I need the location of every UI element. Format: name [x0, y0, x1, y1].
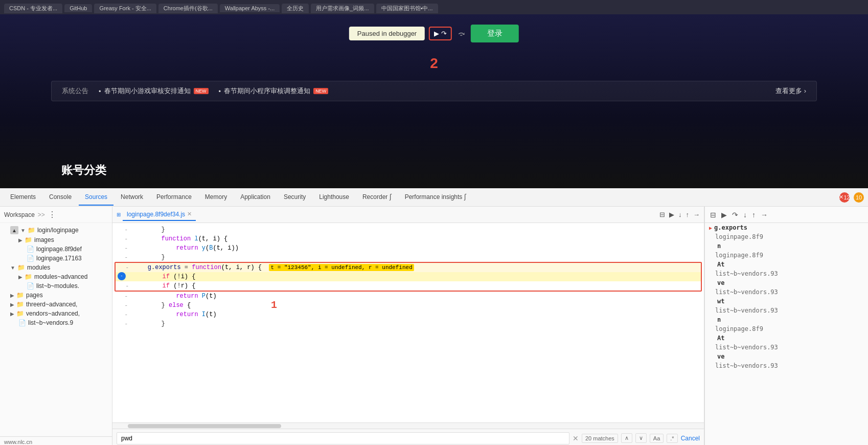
scroll-up-btn[interactable]: ▲ [10, 226, 18, 234]
step-down-icon[interactable]: ↓ [678, 211, 682, 218]
search-clear-icon[interactable]: ✕ [573, 434, 579, 442]
code-line-6: - if (!i) { [116, 272, 701, 281]
search-prev-btn[interactable]: ∧ [621, 433, 632, 443]
folder-icon-modules: 📁 [17, 264, 25, 271]
scope-key-wt: wt [717, 298, 724, 305]
step-right-icon[interactable]: → [693, 211, 700, 218]
tab-elements[interactable]: Elements [4, 189, 42, 206]
code-editor[interactable]: - } - function l(t, i) { - return y(B(t,… [112, 223, 704, 422]
devtools-tabs: Elements Console Sources Network Perform… [0, 188, 868, 207]
tree-item-pages[interactable]: ▶ 📁 pages [0, 291, 112, 300]
folder-label-images: images [34, 236, 54, 243]
folder-icon-modules-adv: 📁 [25, 273, 32, 280]
code-line-10: - return I(t) [112, 310, 704, 319]
error-icon: ✕ [839, 194, 843, 201]
resume-icon: ▶ [434, 30, 439, 37]
code-line-7: - if (!r) { [116, 281, 701, 291]
step-into-icon[interactable]: ↓ [742, 210, 748, 220]
tab-network[interactable]: Network [115, 189, 149, 206]
scope-group-at2: At [705, 333, 868, 343]
tree-item-vendors[interactable]: ▶ 📁 vendors~advanced, [0, 309, 112, 318]
folder-icon-threerd: 📁 [16, 301, 24, 308]
tree-item-images[interactable]: ▶ 📁 images [0, 235, 112, 244]
scope-key-exports: g.exports [714, 224, 747, 231]
tree-item-modules[interactable]: ▼ 📁 modules [0, 263, 112, 272]
tab-console[interactable]: Console [43, 189, 78, 206]
expand-arrow-threerd: ▶ [10, 302, 14, 307]
search-case-btn[interactable]: Aa [650, 434, 664, 443]
h-scroll-thumb[interactable] [128, 424, 281, 428]
devtools-main: Workspace >> ⋮ ▲ ▼ 📁 login/loginpage ▶ 📁 [0, 207, 868, 445]
tab-perf-insights[interactable]: Performance insights ʃ [399, 189, 472, 206]
tab-security[interactable]: Security [278, 189, 312, 206]
tree-item-loginpage-js[interactable]: 📄 loginpage.8f9def [0, 244, 112, 254]
tab-history[interactable]: 全历史 [282, 4, 309, 13]
tab-library[interactable]: 中国国家图书馆•中... [376, 4, 438, 13]
tree-item-modules-adv[interactable]: ▶ 📁 modules~advanced [0, 272, 112, 281]
folder-icon-vendors: 📁 [16, 310, 24, 317]
resume-icon-rp[interactable]: ▶ [720, 210, 728, 220]
scope-file-6: loginpage.8f9 [705, 324, 868, 333]
sidebar-header: Workspace >> ⋮ [0, 207, 112, 223]
tree-item-listb-vendors[interactable]: 📄 list~b~vendors.9 [0, 318, 112, 327]
code-tabs: ⊞ loginpage.8f9def34.js ✕ ⊟ ▶ ↓ ↑ → [112, 207, 704, 223]
sidebar-more-icon[interactable]: ⋮ [48, 210, 56, 219]
code-tab-active[interactable]: loginpage.8f9def34.js ✕ [123, 209, 196, 221]
right-panel-toolbar: ⊟ ▶ ↷ ↓ ↑ → [705, 207, 868, 223]
expand-arrow-modules: ▼ [10, 265, 15, 271]
tab-chrome[interactable]: Chrome插件(谷歌... [158, 4, 218, 13]
file-icon-vendors: 📄 [18, 319, 26, 326]
announce-dot-1: • [99, 87, 101, 95]
scope-group-wt: wt [705, 297, 868, 306]
file-icon-listb: 📄 [27, 282, 34, 290]
scope-file-3: list~b~vendors.93 [705, 269, 868, 278]
step-over-button[interactable]: ⤼ [456, 27, 467, 40]
tree-item-loginpage-17[interactable]: 📄 loginpage.17163 [0, 254, 112, 263]
scope-val-file-8: list~b~vendors.93 [715, 362, 778, 369]
section-title: 账号分类 [61, 163, 106, 178]
tab-user[interactable]: 用户需求画像_词频... [311, 4, 374, 13]
tree-item-listb[interactable]: 📄 list~b~modules. [0, 281, 112, 291]
tree-item-threerd[interactable]: ▶ 📁 threerd~advanced, [0, 300, 112, 309]
scope-val-file-4: list~b~vendors.93 [715, 288, 778, 296]
search-cancel-btn[interactable]: Cancel [681, 435, 700, 442]
panel-icon[interactable]: ⊞ [117, 212, 121, 217]
tab-recorder[interactable]: Recorder ʃ [356, 189, 398, 206]
sidebar: Workspace >> ⋮ ▲ ▼ 📁 login/loginpage ▶ 📁 [0, 207, 112, 445]
scope-tree[interactable]: ▶ g.exports loginpage.8f9 n loginpage.8f… [705, 223, 868, 445]
tab-sources[interactable]: Sources [79, 189, 113, 206]
scope-key-n2: n [717, 316, 721, 323]
tab-wallpaper[interactable]: Wallpaper Abyss -... [220, 4, 280, 12]
code-line-5: - g.exports = function(t, i, r) { t = "1… [116, 263, 701, 272]
more-link[interactable]: 查看更多 › [775, 86, 806, 96]
scope-file-4: list~b~vendors.93 [705, 287, 868, 297]
step-over-icon[interactable]: ↷ [731, 210, 739, 220]
step-out-icon[interactable]: ↑ [751, 210, 757, 220]
horizontal-scrollbar[interactable] [112, 422, 704, 429]
tab-csdn[interactable]: CSDN - 专业发者... [4, 4, 62, 13]
resume-script-icon[interactable]: ▶ [669, 211, 674, 218]
search-regex-btn[interactable]: .* [667, 434, 677, 443]
folder-label-modules: modules [27, 264, 50, 271]
tab-github[interactable]: GitHub [64, 4, 92, 12]
login-button[interactable]: 登录 [471, 25, 519, 42]
tab-memory[interactable]: Memory [199, 189, 233, 206]
close-tab-icon[interactable]: ✕ [187, 211, 192, 217]
code-line-4: - } [112, 253, 704, 262]
search-input[interactable] [117, 432, 569, 444]
file-icon-2: 📄 [27, 255, 34, 262]
announcement-bar: 系统公告 • 春节期间小游戏审核安排通知 NEW • 春节期间小程序审核调整通知… [51, 81, 817, 101]
collapse-icon[interactable]: ⊟ [709, 210, 717, 220]
step-icon-rp[interactable]: → [760, 210, 769, 220]
tree-item-login[interactable]: ▲ ▼ 📁 login/loginpage [0, 225, 112, 235]
tab-application[interactable]: Application [234, 189, 277, 206]
resume-button[interactable]: ▶ ↷ [429, 27, 452, 40]
toggle-sidebar-icon[interactable]: ⊟ [659, 211, 665, 218]
sidebar-tree: ▲ ▼ 📁 login/loginpage ▶ 📁 images 📄 login… [0, 223, 112, 436]
tab-lighthouse[interactable]: Lighthouse [313, 189, 355, 206]
tab-greasyfork[interactable]: Greasy Fork - 安全... [94, 4, 156, 13]
scope-val-file-3: list~b~vendors.93 [715, 270, 778, 277]
step-up-icon[interactable]: ↑ [686, 211, 690, 218]
search-next-btn[interactable]: ∨ [635, 433, 647, 443]
tab-performance[interactable]: Performance [150, 189, 198, 206]
